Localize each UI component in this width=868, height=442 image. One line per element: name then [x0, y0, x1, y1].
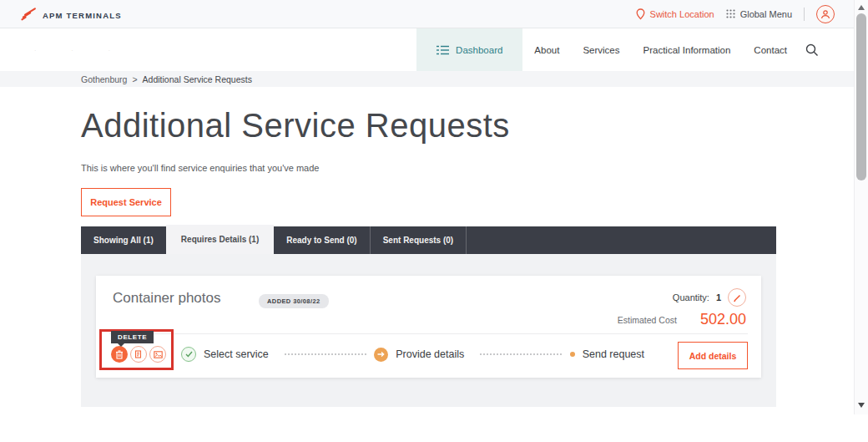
scrollbar-thumb[interactable] — [856, 13, 866, 180]
nav-dashboard[interactable]: Dashboard — [416, 28, 522, 71]
duplicate-button[interactable] — [130, 346, 147, 363]
search-button[interactable] — [799, 43, 822, 57]
service-request-card: Container photos ADDED 30/08/22 Quantity… — [96, 276, 761, 378]
tab-strip: Showing All (1) Requires Details (1) Rea… — [81, 226, 776, 254]
logo-stripes-icon — [21, 8, 39, 20]
breadcrumb-page: Additional Service Requests — [143, 74, 252, 84]
nav-services[interactable]: Services — [571, 45, 631, 55]
step-current-icon — [374, 348, 388, 362]
vertical-scrollbar[interactable] — [854, 0, 868, 414]
page-title: Additional Service Requests — [81, 107, 868, 145]
card-divider — [109, 333, 748, 334]
list-menu-icon — [437, 45, 449, 55]
nav-about[interactable]: About — [522, 45, 571, 55]
request-service-button[interactable]: Request Service — [81, 188, 171, 216]
grid-menu-icon — [726, 9, 735, 18]
estimated-cost-label: Estimated Cost — [618, 315, 677, 325]
check-icon — [185, 351, 193, 358]
step-connector — [479, 353, 563, 355]
step-pending-icon — [570, 352, 575, 357]
document-icon — [134, 350, 143, 359]
location-pin-icon — [636, 8, 645, 20]
tab-showing-all[interactable]: Showing All (1) — [81, 226, 166, 254]
trash-icon — [115, 350, 124, 359]
step-provide-details-label: Provide details — [396, 348, 464, 360]
switch-location-label: Switch Location — [650, 9, 714, 19]
pencil-icon — [733, 293, 742, 302]
photos-button[interactable] — [149, 346, 166, 363]
search-icon — [805, 43, 819, 57]
top-bar: APM TERMINALS Switch Location Global Men… — [0, 0, 868, 28]
global-menu-link[interactable]: Global Menu — [726, 9, 792, 19]
step-select-service-label: Select service — [204, 348, 269, 360]
quantity-value: 1 — [716, 292, 721, 302]
breadcrumb-separator: > — [132, 74, 137, 84]
arrow-right-icon — [377, 351, 385, 358]
scroll-down-arrow-icon[interactable] — [858, 403, 865, 408]
added-date-badge: ADDED 30/08/22 — [259, 294, 329, 308]
delete-button[interactable] — [111, 346, 128, 363]
delete-tooltip: DELETE — [111, 331, 154, 343]
card-title: Container photos — [113, 290, 220, 307]
tab-requires-details[interactable]: Requires Details (1) — [166, 225, 274, 254]
nav-practical-information[interactable]: Practical Information — [632, 45, 743, 55]
user-avatar-button[interactable] — [816, 5, 835, 23]
breadcrumb: Gothenburg > Additional Service Requests — [0, 71, 868, 87]
step-send-request-label: Send request — [583, 348, 644, 360]
breadcrumb-location[interactable]: Gothenburg — [81, 74, 127, 84]
step-connector — [284, 353, 367, 355]
nav-dashboard-label: Dashboard — [456, 45, 502, 55]
topbar-divider — [804, 8, 805, 21]
nav-contact[interactable]: Contact — [742, 45, 799, 55]
person-icon — [820, 9, 830, 19]
faded-site-text: ··· — [33, 43, 144, 56]
progress-steps: Select service Provide details Send requ… — [181, 346, 653, 363]
tab-sent-requests[interactable]: Sent Requests (0) — [371, 226, 467, 254]
photo-icon — [154, 351, 163, 358]
main-nav-bar: ··· Dashboard About Services Practical I… — [0, 28, 868, 71]
switch-location-link[interactable]: Switch Location — [636, 8, 714, 20]
apm-terminals-logo[interactable]: APM TERMINALS — [21, 8, 122, 20]
tab-content-panel: Container photos ADDED 30/08/22 Quantity… — [81, 254, 776, 407]
add-details-button[interactable]: Add details — [678, 342, 748, 369]
edit-quantity-button[interactable] — [728, 288, 746, 307]
estimated-cost-value: 502.00 — [700, 311, 746, 328]
global-menu-label: Global Menu — [740, 9, 792, 19]
logo-text: APM TERMINALS — [43, 11, 122, 20]
scroll-up-arrow-icon[interactable] — [858, 5, 865, 10]
tab-ready-to-send[interactable]: Ready to Send (0) — [274, 226, 370, 254]
step-complete-icon — [181, 347, 196, 362]
quantity-label: Quantity: — [673, 292, 709, 302]
page-subtitle: This is where you'll find service enquir… — [81, 163, 868, 173]
